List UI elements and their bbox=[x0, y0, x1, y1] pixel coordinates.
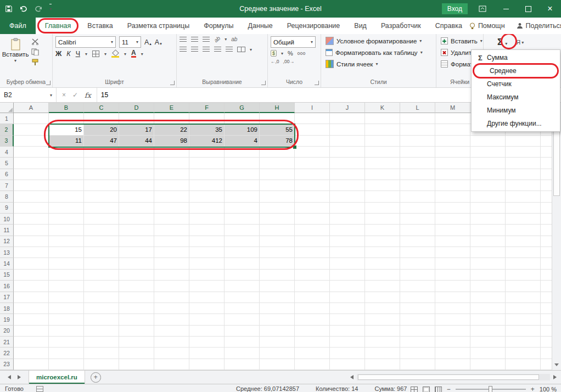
grid-cell[interactable] bbox=[49, 225, 84, 236]
grid-cell[interactable] bbox=[260, 225, 295, 236]
row-header[interactable]: 8 bbox=[0, 191, 14, 202]
grid-cell[interactable] bbox=[365, 303, 400, 314]
grid-cell[interactable] bbox=[435, 314, 470, 325]
grid-cell[interactable] bbox=[260, 180, 295, 191]
grid-cell[interactable] bbox=[365, 281, 400, 292]
grid-cell[interactable]: 4 bbox=[225, 136, 260, 147]
grid-cell[interactable] bbox=[119, 158, 154, 169]
grid-cell[interactable] bbox=[435, 281, 470, 292]
grid-cell[interactable] bbox=[225, 348, 260, 359]
grid-cell[interactable] bbox=[84, 326, 119, 337]
grid-cell[interactable] bbox=[84, 113, 119, 124]
grid-cell[interactable] bbox=[14, 270, 49, 281]
ribbon-tab[interactable]: Главная bbox=[37, 18, 79, 33]
grid-cell[interactable] bbox=[435, 303, 470, 314]
grid-cell[interactable] bbox=[189, 214, 225, 225]
copy-icon[interactable] bbox=[31, 48, 39, 55]
grid-cell[interactable] bbox=[295, 124, 330, 135]
grid-cell[interactable] bbox=[400, 337, 435, 348]
row-header[interactable]: 14 bbox=[0, 258, 14, 269]
grid-cell[interactable] bbox=[14, 136, 49, 147]
grid-cell[interactable] bbox=[295, 326, 330, 337]
format-painter-icon[interactable] bbox=[31, 59, 39, 66]
grid-cell[interactable] bbox=[330, 303, 365, 314]
grid-cell[interactable] bbox=[330, 147, 365, 158]
grid-cell[interactable] bbox=[14, 314, 49, 325]
grid-cell[interactable] bbox=[154, 225, 189, 236]
minimize-button[interactable] bbox=[495, 0, 517, 18]
grid-cell[interactable] bbox=[189, 236, 225, 247]
autosum-menu-item[interactable]: Другие функции... bbox=[472, 117, 560, 130]
grid-cell[interactable] bbox=[260, 337, 295, 348]
grid-cell[interactable] bbox=[295, 158, 330, 169]
row-header[interactable]: 2 bbox=[0, 124, 14, 135]
grid-cell[interactable] bbox=[435, 191, 470, 202]
grid-cell[interactable] bbox=[435, 113, 470, 124]
grid-cell[interactable] bbox=[84, 169, 119, 180]
grid-cell[interactable] bbox=[189, 147, 225, 158]
grid-cell[interactable] bbox=[330, 203, 365, 214]
grid-cell[interactable] bbox=[119, 348, 154, 359]
grid-cell[interactable] bbox=[295, 236, 330, 247]
grid-cell[interactable] bbox=[49, 359, 84, 370]
percent-style-icon[interactable]: % bbox=[288, 50, 293, 57]
grid-cell[interactable] bbox=[49, 326, 84, 337]
grid-cell[interactable] bbox=[506, 281, 541, 292]
grid-cell[interactable] bbox=[506, 225, 541, 236]
grid-cell[interactable] bbox=[470, 158, 506, 169]
grid-cell[interactable] bbox=[14, 281, 49, 292]
grid-cell[interactable] bbox=[506, 348, 541, 359]
grid-cell[interactable] bbox=[365, 158, 400, 169]
grid-cell[interactable] bbox=[435, 203, 470, 214]
grid-cell[interactable] bbox=[400, 359, 435, 370]
grid-cell[interactable] bbox=[365, 337, 400, 348]
grid-cell[interactable] bbox=[49, 303, 84, 314]
grid-cell[interactable] bbox=[330, 270, 365, 281]
grid-cell[interactable] bbox=[189, 247, 225, 258]
grid-cell[interactable] bbox=[119, 326, 154, 337]
grid-cell[interactable] bbox=[506, 214, 541, 225]
grid-cell[interactable] bbox=[435, 326, 470, 337]
grid-cell[interactable]: 20 bbox=[84, 124, 119, 135]
grid-cell[interactable] bbox=[225, 180, 260, 191]
assistant-button[interactable]: Помощн bbox=[469, 22, 505, 30]
grid-cell[interactable] bbox=[365, 180, 400, 191]
grid-cell[interactable] bbox=[260, 292, 295, 303]
grid-cell[interactable] bbox=[84, 258, 119, 269]
grid-cell[interactable] bbox=[14, 180, 49, 191]
grid-cell[interactable] bbox=[400, 281, 435, 292]
grid-cell[interactable] bbox=[154, 258, 189, 269]
grid-cell[interactable] bbox=[84, 337, 119, 348]
decrease-decimal-icon[interactable]: ,00→ bbox=[283, 59, 294, 64]
grid-cell[interactable] bbox=[119, 270, 154, 281]
align-center-icon[interactable] bbox=[191, 47, 198, 52]
row-header[interactable]: 15 bbox=[0, 270, 14, 281]
grid-cell[interactable] bbox=[154, 158, 189, 169]
row-header[interactable]: 22 bbox=[0, 348, 14, 359]
grid-cell[interactable] bbox=[49, 281, 84, 292]
new-sheet-button[interactable]: + bbox=[91, 372, 101, 383]
grid-cell[interactable] bbox=[435, 124, 470, 135]
vertical-scrollbar[interactable] bbox=[552, 103, 561, 370]
grid-cell[interactable] bbox=[470, 292, 506, 303]
grid-cell[interactable]: 98 bbox=[154, 136, 189, 147]
grid-cell[interactable] bbox=[365, 359, 400, 370]
column-header[interactable]: H bbox=[260, 103, 295, 113]
grid-cell[interactable] bbox=[506, 292, 541, 303]
row-header[interactable]: 20 bbox=[0, 326, 14, 337]
merge-center-icon[interactable] bbox=[237, 47, 245, 52]
grid-cell[interactable] bbox=[49, 236, 84, 247]
grid-cell[interactable] bbox=[14, 124, 49, 135]
grid-cell[interactable] bbox=[154, 359, 189, 370]
decrease-indent-icon[interactable] bbox=[214, 47, 221, 52]
sort-filter-icon[interactable]: Я▾ bbox=[516, 39, 524, 46]
ribbon-tab[interactable]: Файл bbox=[0, 18, 36, 34]
next-sheet-icon[interactable] bbox=[18, 375, 21, 379]
increase-decimal-icon[interactable]: ←,0 bbox=[271, 59, 279, 64]
grid-cell[interactable] bbox=[470, 136, 506, 147]
ribbon-tab[interactable]: Формулы bbox=[197, 18, 240, 34]
grid-cell[interactable] bbox=[84, 180, 119, 191]
grid-cell[interactable] bbox=[49, 337, 84, 348]
grid-cell[interactable] bbox=[400, 292, 435, 303]
grid-cell[interactable] bbox=[506, 258, 541, 269]
